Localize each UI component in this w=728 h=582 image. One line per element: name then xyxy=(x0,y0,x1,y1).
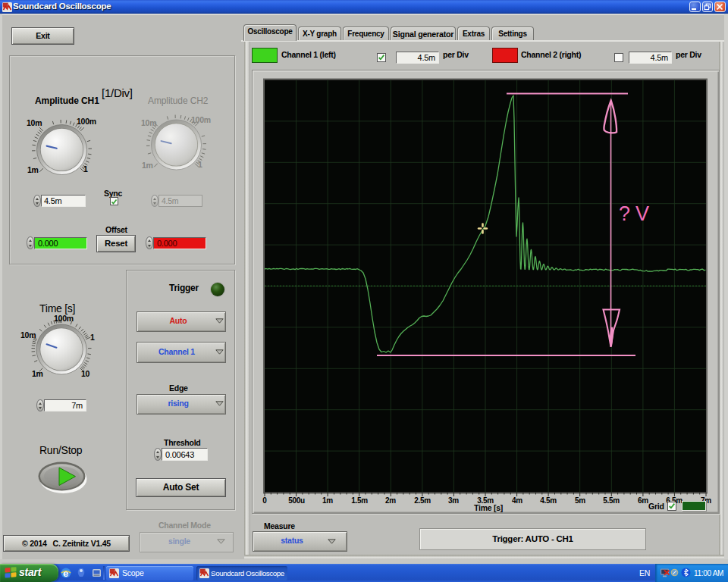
svg-text:? V: ? V xyxy=(619,202,649,225)
svg-text:e: e xyxy=(63,568,68,579)
